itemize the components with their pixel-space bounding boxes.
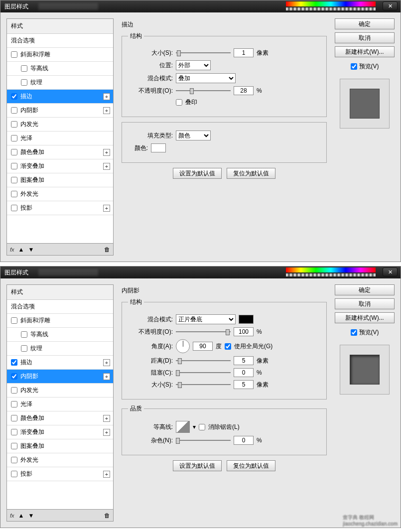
add-icon[interactable]: + bbox=[103, 359, 110, 366]
style-row-inner-shadow[interactable]: 内阴影+ bbox=[7, 370, 113, 384]
style-row-stroke[interactable]: 描边+ bbox=[7, 356, 113, 370]
add-icon[interactable]: + bbox=[103, 373, 110, 380]
overprint-checkbox[interactable] bbox=[176, 99, 182, 106]
cancel-button[interactable]: 取消 bbox=[335, 298, 395, 309]
blend-mode-select[interactable]: 正片叠底 bbox=[176, 314, 236, 324]
checkbox-inner-shadow[interactable] bbox=[11, 107, 17, 114]
add-icon[interactable]: + bbox=[103, 93, 110, 100]
reset-default-button[interactable]: 复位为默认值 bbox=[227, 168, 275, 179]
choke-input[interactable] bbox=[234, 368, 254, 377]
checkbox-contour[interactable] bbox=[21, 65, 27, 72]
chevron-down-icon[interactable]: ▾ bbox=[193, 423, 196, 430]
style-row-inner-glow[interactable]: 内发光 bbox=[7, 384, 113, 398]
add-icon[interactable]: + bbox=[103, 149, 110, 156]
ok-button[interactable]: 确定 bbox=[335, 18, 395, 29]
checkbox-contour[interactable] bbox=[21, 331, 27, 338]
checkbox-pattern-overlay[interactable] bbox=[11, 177, 17, 183]
checkbox-bevel[interactable] bbox=[11, 317, 17, 324]
angle-dial[interactable] bbox=[176, 339, 190, 353]
blend-options-row[interactable]: 混合选项 bbox=[7, 300, 113, 314]
style-row-outer-glow[interactable]: 外发光 bbox=[7, 187, 113, 201]
distance-slider[interactable] bbox=[176, 357, 231, 364]
style-row-satin[interactable]: 光泽 bbox=[7, 132, 113, 145]
size-input[interactable] bbox=[234, 48, 254, 57]
add-icon[interactable]: + bbox=[103, 415, 110, 422]
checkbox-texture[interactable] bbox=[21, 345, 27, 352]
checkbox-outer-glow[interactable] bbox=[11, 191, 17, 197]
style-row-gradient-overlay[interactable]: 渐变叠加+ bbox=[7, 159, 113, 173]
close-icon[interactable]: ✕ bbox=[383, 1, 398, 10]
style-row-contour[interactable]: 等高线 bbox=[7, 328, 113, 342]
checkbox-inner-shadow[interactable] bbox=[11, 373, 17, 380]
noise-input[interactable] bbox=[234, 436, 254, 445]
antialias-checkbox[interactable] bbox=[199, 424, 205, 430]
style-row-stroke[interactable]: 描边+ bbox=[7, 90, 113, 104]
angle-input[interactable] bbox=[193, 342, 213, 351]
style-row-gradient-overlay[interactable]: 渐变叠加+ bbox=[7, 425, 113, 439]
checkbox-bevel[interactable] bbox=[11, 51, 17, 58]
style-row-pattern-overlay[interactable]: 图案叠加 bbox=[7, 173, 113, 187]
checkbox-texture[interactable] bbox=[21, 79, 27, 86]
style-row-inner-glow[interactable]: 内发光 bbox=[7, 118, 113, 132]
fill-type-select[interactable]: 颜色 bbox=[176, 131, 211, 140]
new-style-button[interactable]: 新建样式(W)... bbox=[335, 312, 395, 323]
size-slider[interactable] bbox=[176, 49, 231, 56]
add-icon[interactable]: + bbox=[103, 429, 110, 436]
make-default-button[interactable]: 设置为默认值 bbox=[173, 168, 222, 179]
global-light-checkbox[interactable] bbox=[225, 343, 231, 350]
arrow-up-icon[interactable]: ▲ bbox=[18, 512, 24, 519]
size-input[interactable] bbox=[234, 380, 254, 389]
checkbox-gradient-overlay[interactable] bbox=[11, 429, 17, 435]
blend-options-row[interactable]: 混合选项 bbox=[7, 34, 113, 48]
reset-default-button[interactable]: 复位为默认值 bbox=[227, 460, 275, 471]
arrow-up-icon[interactable]: ▲ bbox=[18, 246, 24, 253]
checkbox-satin[interactable] bbox=[11, 401, 17, 407]
style-row-color-overlay[interactable]: 颜色叠加+ bbox=[7, 411, 113, 425]
add-icon[interactable]: + bbox=[103, 107, 110, 114]
checkbox-pattern-overlay[interactable] bbox=[11, 443, 17, 449]
close-icon[interactable]: ✕ bbox=[383, 267, 398, 276]
style-row-contour[interactable]: 等高线 bbox=[7, 62, 113, 76]
opacity-input[interactable] bbox=[234, 86, 254, 95]
style-row-inner-shadow[interactable]: 内阴影+ bbox=[7, 104, 113, 118]
position-select[interactable]: 外部 bbox=[176, 60, 211, 70]
shadow-color-swatch[interactable] bbox=[239, 315, 254, 324]
style-row-bevel[interactable]: 斜面和浮雕 bbox=[7, 48, 113, 62]
style-row-pattern-overlay[interactable]: 图案叠加 bbox=[7, 439, 113, 453]
ok-button[interactable]: 确定 bbox=[335, 284, 395, 295]
checkbox-gradient-overlay[interactable] bbox=[11, 163, 17, 169]
checkbox-inner-glow[interactable] bbox=[11, 387, 17, 394]
style-row-texture[interactable]: 纹理 bbox=[7, 76, 113, 90]
blend-mode-select[interactable]: 叠加 bbox=[176, 73, 236, 83]
trash-icon[interactable]: 🗑 bbox=[104, 512, 110, 519]
add-icon[interactable]: + bbox=[103, 471, 110, 478]
add-icon[interactable]: + bbox=[103, 205, 110, 212]
preview-checkbox[interactable] bbox=[351, 329, 357, 336]
checkbox-satin[interactable] bbox=[11, 135, 17, 141]
add-icon[interactable]: + bbox=[103, 163, 110, 170]
color-swatch[interactable] bbox=[151, 143, 166, 152]
size-slider[interactable] bbox=[176, 381, 231, 388]
contour-picker[interactable] bbox=[176, 421, 190, 433]
checkbox-color-overlay[interactable] bbox=[11, 149, 17, 155]
new-style-button[interactable]: 新建样式(W)... bbox=[335, 46, 395, 57]
fx-icon[interactable]: fx bbox=[10, 513, 14, 519]
checkbox-outer-glow[interactable] bbox=[11, 457, 17, 463]
fx-icon[interactable]: fx bbox=[10, 247, 14, 253]
style-row-drop-shadow[interactable]: 投影+ bbox=[7, 467, 113, 481]
arrow-down-icon[interactable]: ▼ bbox=[28, 512, 34, 519]
style-row-satin[interactable]: 光泽 bbox=[7, 398, 113, 411]
checkbox-stroke[interactable] bbox=[11, 359, 17, 366]
opacity-slider[interactable] bbox=[176, 328, 231, 335]
style-row-drop-shadow[interactable]: 投影+ bbox=[7, 201, 113, 215]
preview-checkbox[interactable] bbox=[351, 63, 357, 70]
checkbox-color-overlay[interactable] bbox=[11, 415, 17, 421]
checkbox-inner-glow[interactable] bbox=[11, 121, 17, 128]
style-row-bevel[interactable]: 斜面和浮雕 bbox=[7, 314, 113, 328]
arrow-down-icon[interactable]: ▼ bbox=[28, 246, 34, 253]
style-row-outer-glow[interactable]: 外发光 bbox=[7, 453, 113, 467]
cancel-button[interactable]: 取消 bbox=[335, 32, 395, 43]
opacity-input[interactable] bbox=[234, 327, 254, 336]
checkbox-drop-shadow[interactable] bbox=[11, 471, 17, 477]
opacity-slider[interactable] bbox=[176, 87, 231, 94]
